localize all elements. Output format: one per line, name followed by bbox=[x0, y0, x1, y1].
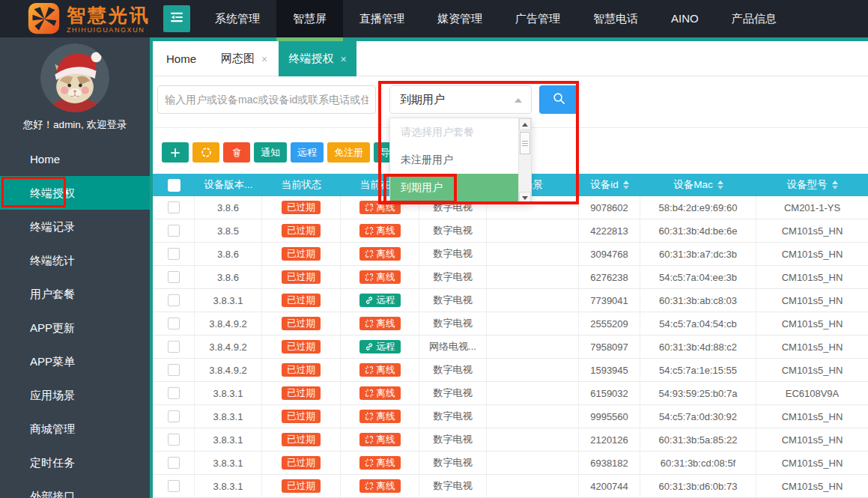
column-header-设备id[interactable]: 设备id bbox=[579, 174, 640, 196]
main-nav: 系统管理智慧屏直播管理媒资管理广告管理智慧电话AINO产品信息 bbox=[198, 0, 793, 37]
online-state-cell: 离线 bbox=[341, 266, 419, 288]
sidebar-item-商城管理[interactable]: 商城管理 bbox=[0, 412, 150, 446]
sidebar-item-APP更新[interactable]: APP更新 bbox=[0, 311, 150, 344]
sidebar-item-终端授权[interactable]: 终端授权 bbox=[0, 176, 150, 210]
online-badge-label: 离线 bbox=[377, 249, 395, 259]
tab-终端授权[interactable]: 终端授权× bbox=[279, 41, 356, 76]
device-id-cell: 6159032 bbox=[579, 382, 640, 404]
user-avatar[interactable] bbox=[40, 43, 109, 112]
device-version-cell: 3.8.6 bbox=[195, 243, 262, 265]
row-checkbox[interactable] bbox=[168, 271, 180, 283]
sidebar-item-外部接口[interactable]: 外部接口 bbox=[0, 479, 150, 498]
row-checkbox[interactable] bbox=[168, 387, 180, 399]
row-checkbox[interactable] bbox=[168, 410, 180, 422]
nav-item-智慧电话[interactable]: 智慧电话 bbox=[577, 0, 655, 37]
column-header-设备型号[interactable]: 设备型号 bbox=[756, 174, 868, 196]
sidebar-item-用户套餐[interactable]: 用户套餐 bbox=[0, 277, 150, 311]
row-checkbox[interactable] bbox=[168, 225, 180, 237]
tab-label: Home bbox=[166, 52, 196, 65]
sort-arrows-icon[interactable] bbox=[623, 180, 629, 189]
sort-arrows-icon[interactable] bbox=[832, 180, 838, 189]
delete-button[interactable] bbox=[223, 142, 250, 163]
row-checkbox[interactable] bbox=[168, 248, 180, 260]
status-badge-expired: 已过期 bbox=[282, 247, 321, 261]
dropdown-option-请选择用户套餐[interactable]: 请选择用户套餐 bbox=[390, 118, 518, 146]
user-package-select[interactable]: 到期用户 bbox=[389, 85, 532, 114]
broken-link-icon bbox=[365, 389, 374, 398]
refresh-button[interactable] bbox=[192, 142, 219, 163]
sidebar-item-Home[interactable]: Home bbox=[0, 142, 150, 176]
sidebar-item-定时任务[interactable]: 定时任务 bbox=[0, 446, 150, 479]
sort-arrows-icon[interactable] bbox=[717, 180, 723, 189]
sidebar-item-应用场景[interactable]: 应用场景 bbox=[0, 378, 150, 412]
column-label: 当前状态 bbox=[282, 178, 322, 192]
status-cell: 已过期 bbox=[262, 428, 341, 451]
broken-link-icon bbox=[365, 319, 374, 328]
sidebar-item-终端统计[interactable]: 终端统计 bbox=[0, 243, 150, 277]
link-icon bbox=[365, 342, 374, 351]
online-badge-label: 远程 bbox=[377, 296, 395, 306]
tab-Home[interactable]: Home bbox=[153, 41, 210, 76]
row-checkbox[interactable] bbox=[168, 480, 180, 492]
column-label: 设备id bbox=[590, 178, 619, 192]
online-state-cell: 离线 bbox=[341, 312, 419, 335]
online-state-cell: 离线 bbox=[341, 359, 419, 381]
select-value: 到期用户 bbox=[400, 93, 445, 107]
row-select-cell bbox=[153, 405, 195, 428]
sidebar-item-APP菜单[interactable]: APP菜单 bbox=[0, 344, 150, 378]
device-model-cell: CM101s5_HN bbox=[756, 219, 868, 242]
tab-close-icon[interactable]: × bbox=[261, 53, 267, 65]
column-label: 设备型号 bbox=[787, 178, 828, 192]
extra-cell bbox=[487, 359, 579, 381]
device-id-cell: 2120126 bbox=[579, 428, 640, 451]
row-select-cell bbox=[153, 382, 195, 404]
scene-cell: 数字电视 bbox=[419, 382, 487, 404]
device-version-cell: 3.8.3.1 bbox=[195, 382, 262, 404]
broken-link-icon bbox=[365, 226, 374, 235]
nav-item-AINO[interactable]: AINO bbox=[655, 0, 715, 37]
nav-item-媒资管理[interactable]: 媒资管理 bbox=[421, 0, 499, 37]
status-badge-expired: 已过期 bbox=[282, 386, 321, 401]
device-mac-cell: 60:31:3b:5a:85:22 bbox=[640, 428, 756, 451]
nav-item-广告管理[interactable]: 广告管理 bbox=[499, 0, 577, 37]
device-id-cell: 2555209 bbox=[579, 312, 640, 335]
search-button[interactable] bbox=[539, 85, 579, 114]
row-checkbox[interactable] bbox=[168, 364, 180, 376]
scroll-up-button[interactable] bbox=[519, 118, 531, 130]
no-register-button[interactable]: 免注册 bbox=[327, 142, 370, 163]
menu-toggle-button[interactable] bbox=[163, 5, 190, 32]
row-checkbox[interactable] bbox=[168, 434, 180, 446]
nav-item-直播管理[interactable]: 直播管理 bbox=[343, 0, 421, 37]
row-checkbox[interactable] bbox=[168, 341, 180, 353]
scroll-down-button[interactable] bbox=[519, 192, 531, 204]
scrollbar-thumb[interactable] bbox=[520, 132, 530, 154]
column-header-设备Mac[interactable]: 设备Mac bbox=[640, 174, 756, 196]
sidebar-item-终端记录[interactable]: 终端记录 bbox=[0, 210, 150, 243]
dropdown-option-到期用户[interactable]: 到期用户 bbox=[390, 174, 518, 201]
row-checkbox[interactable] bbox=[168, 294, 180, 306]
dropdown-option-未注册用户[interactable]: 未注册用户 bbox=[390, 146, 518, 174]
devices-table: 设备版本...当前状态当前在线场景设备id设备Mac设备型号 3.8.6已过期离… bbox=[153, 174, 868, 498]
select-all-checkbox[interactable] bbox=[168, 179, 180, 192]
device-id-cell: 7739041 bbox=[579, 289, 640, 312]
device-model-cell: CM101s5_HN bbox=[756, 266, 868, 288]
status-badge-expired: 已过期 bbox=[282, 224, 321, 238]
device-id-cell: 9995560 bbox=[579, 405, 640, 428]
row-select-cell bbox=[153, 359, 195, 381]
nav-item-系统管理[interactable]: 系统管理 bbox=[198, 0, 276, 37]
remote-button[interactable]: 远程 bbox=[291, 142, 324, 163]
table-row: 3.8.3.1已过期离线数字电视420074460:31:3b:d6:0b:73… bbox=[153, 475, 868, 498]
nav-bottom-strip bbox=[150, 37, 868, 41]
row-checkbox[interactable] bbox=[168, 457, 180, 469]
notify-button[interactable]: 通知 bbox=[254, 142, 287, 163]
nav-item-智慧屏[interactable]: 智慧屏 bbox=[276, 0, 343, 37]
tab-close-icon[interactable]: × bbox=[340, 53, 346, 65]
row-checkbox[interactable] bbox=[168, 318, 180, 330]
app-window: 智慧光讯 ZHIHUIGUANGXUN 系统管理智慧屏直播管理媒资管理广告管理智… bbox=[0, 0, 868, 498]
column-header-checkbox bbox=[153, 174, 195, 196]
search-input[interactable] bbox=[157, 85, 376, 114]
nav-item-产品信息[interactable]: 产品信息 bbox=[715, 0, 793, 37]
add-button[interactable] bbox=[162, 142, 189, 163]
tab-网态图[interactable]: 网态图× bbox=[210, 41, 279, 76]
row-checkbox[interactable] bbox=[168, 201, 180, 213]
